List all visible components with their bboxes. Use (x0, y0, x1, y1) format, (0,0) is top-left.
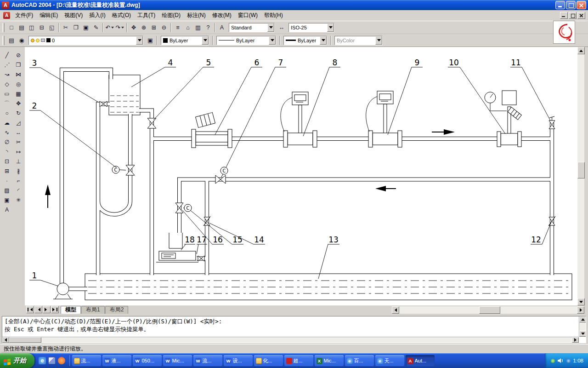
mdi-minimize-button[interactable] (560, 12, 568, 19)
task-folder-hua[interactable]: 化... (254, 355, 283, 366)
chamfer-icon[interactable]: ⌐ (13, 176, 23, 185)
offset-icon[interactable]: ◎ (13, 80, 23, 89)
polygon-icon[interactable]: ◇ (2, 80, 12, 89)
task-autocad[interactable]: A Aut... (406, 355, 435, 366)
insert-block-icon[interactable]: ⊡ (2, 157, 12, 166)
redo-dropdown-icon[interactable] (121, 27, 124, 30)
mdi-close-button[interactable] (577, 12, 585, 19)
save-icon[interactable]: ◫ (27, 23, 37, 32)
construction-line-icon[interactable]: ⋰ (2, 60, 12, 69)
linetype-combo[interactable]: ByLayer (216, 36, 276, 45)
point-icon[interactable]: ∙ (2, 176, 12, 185)
chevron-down-icon[interactable] (202, 36, 209, 45)
task-ie-tian[interactable]: e 天... (375, 355, 404, 366)
clock[interactable]: 1:08 (573, 358, 583, 363)
cut-icon[interactable]: ✂ (61, 23, 71, 32)
move-icon[interactable]: ✥ (13, 99, 23, 108)
plot-icon[interactable]: ⊟ (37, 23, 47, 32)
plot-preview-icon[interactable]: ◱ (47, 23, 57, 32)
menu-dimension[interactable]: 标注(N) (184, 10, 209, 21)
mirror-icon[interactable]: ⋈ (13, 70, 23, 79)
scale-icon[interactable]: ◿ (13, 118, 23, 127)
line-icon[interactable]: ╱ (2, 51, 12, 60)
paste-icon[interactable]: ▣ (81, 23, 91, 32)
start-button[interactable]: 开始 (0, 353, 34, 368)
tab-first-button[interactable] (26, 306, 34, 313)
arc-icon[interactable]: ⌒ (2, 99, 12, 108)
scroll-left-icon[interactable] (2, 337, 9, 343)
minimize-button[interactable] (555, 1, 565, 9)
tab-model[interactable]: 模型 (61, 306, 81, 314)
horizontal-scroll-thumb[interactable] (479, 306, 500, 314)
menu-format[interactable]: 格式(O) (109, 10, 134, 21)
scroll-left-icon[interactable] (392, 306, 399, 314)
trim-icon[interactable]: ✂ (13, 138, 23, 147)
array-icon[interactable]: ▦ (13, 89, 23, 98)
tab-previous-button[interactable] (34, 306, 42, 313)
undo-dropdown-icon[interactable] (111, 27, 114, 30)
scroll-right-icon[interactable] (577, 306, 584, 314)
revcloud-icon[interactable]: ☁ (2, 118, 12, 127)
dim-style-combo[interactable]: ISO-25 (288, 23, 334, 32)
menu-draw[interactable]: 绘图(D) (158, 10, 184, 21)
explode-icon[interactable]: ✳ (13, 196, 23, 205)
scroll-up-icon[interactable] (577, 47, 585, 54)
break-at-point-icon[interactable]: ⊥ (13, 157, 23, 166)
task-excel-mic[interactable]: X Mic... (315, 355, 344, 366)
restore-button[interactable] (566, 1, 576, 9)
menu-modify[interactable]: 修改(M) (209, 10, 235, 21)
menu-edit[interactable]: 编辑(E) (36, 10, 61, 21)
dim-style-icon[interactable]: ↔ (277, 23, 287, 32)
quicklaunch-ie-icon[interactable]: e (39, 357, 46, 364)
circle-icon[interactable]: ○ (2, 109, 12, 118)
task-ie-bai[interactable]: e 百... (345, 355, 374, 366)
scroll-down-icon[interactable] (577, 298, 585, 305)
spline-icon[interactable]: ∿ (2, 128, 12, 137)
rectangle-icon[interactable]: ▭ (2, 89, 12, 98)
redo-icon[interactable]: ↷ (115, 23, 125, 32)
tab-layout1[interactable]: 布局1 (81, 306, 105, 314)
volume-icon[interactable] (558, 358, 564, 363)
chevron-down-icon[interactable] (267, 23, 274, 32)
command-horizontal-scrollbar[interactable] (2, 337, 579, 343)
match-properties-icon[interactable]: ✎ (91, 23, 101, 32)
drawing-canvas[interactable]: C C C (25, 47, 577, 305)
ellipse-icon[interactable]: ∅ (2, 138, 12, 147)
task-doc-050[interactable]: W 050... (133, 355, 162, 366)
undo-icon[interactable]: ↶ (105, 23, 115, 32)
text-style-icon[interactable]: A (217, 23, 227, 32)
toolbar-grip[interactable] (2, 36, 5, 45)
ellipse-arc-icon[interactable]: ◝ (2, 147, 12, 156)
scroll-right-icon[interactable] (572, 337, 579, 343)
command-vertical-scrollbar[interactable] (579, 316, 586, 337)
menu-tools[interactable]: 工具(T) (134, 10, 158, 21)
extend-icon[interactable]: ↦ (13, 147, 23, 156)
lineweight-combo[interactable]: ByLayer (283, 36, 327, 45)
task-doc-ye[interactable]: W 液... (102, 355, 131, 366)
zoom-realtime-icon[interactable]: ⊕ (139, 23, 149, 32)
command-scroll-thumb[interactable] (9, 337, 41, 343)
tray-network-icon[interactable] (566, 359, 571, 363)
properties-icon[interactable]: ≡ (173, 23, 183, 32)
command-text-area[interactable]: [全部(A)/中心点(C)/动态(D)/范围(E)/上一个(P)/比例(S)/窗… (2, 316, 586, 343)
toolbar-grip[interactable] (2, 23, 5, 32)
designcenter-icon[interactable]: ⌂ (183, 23, 193, 32)
menu-help[interactable]: 帮助(H) (261, 10, 286, 21)
task-doc-mic[interactable]: W Mic... (163, 355, 192, 366)
mtext-icon[interactable]: A (2, 205, 12, 214)
close-button[interactable] (577, 1, 586, 9)
copy-icon[interactable]: ❐ (71, 23, 81, 32)
region-icon[interactable]: ▣ (2, 196, 12, 205)
chevron-down-icon[interactable] (269, 36, 276, 45)
copy-object-icon[interactable]: ❐ (13, 60, 23, 69)
scroll-down-icon[interactable] (579, 331, 586, 337)
pan-icon[interactable]: ✥ (129, 23, 139, 32)
chevron-down-icon[interactable] (327, 23, 334, 32)
layer-states-icon[interactable]: ◉ (17, 36, 27, 45)
zoom-previous-icon[interactable]: ⊖ (159, 23, 169, 32)
rotate-icon[interactable]: ↻ (13, 109, 23, 118)
menu-window[interactable]: 窗口(W) (235, 10, 261, 21)
task-doc-she[interactable]: W 设... (224, 355, 253, 366)
tab-next-button[interactable] (43, 306, 51, 313)
text-style-combo[interactable]: Standard (229, 23, 275, 32)
